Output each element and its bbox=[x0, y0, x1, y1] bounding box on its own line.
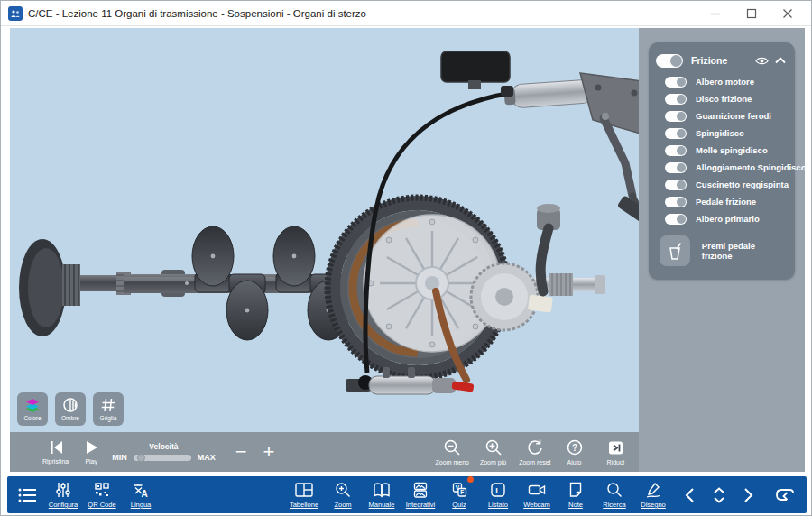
help-icon: ? bbox=[566, 438, 584, 456]
lingua-label: Lingua bbox=[131, 501, 152, 509]
toolbar-center-group: Tabellone Zoom Manuale bbox=[288, 481, 669, 509]
frizione-panel: Frizione Albero motore Disco frizion bbox=[649, 42, 795, 280]
translate-icon: A bbox=[132, 481, 150, 499]
lingua-button[interactable]: A Lingua bbox=[125, 481, 157, 509]
toggle-knob bbox=[677, 95, 686, 104]
toggle-knob bbox=[677, 146, 686, 155]
playback-bar: Ripristina Play Velocità MIN MAX − + bbox=[10, 432, 639, 472]
return-button[interactable] bbox=[774, 486, 796, 504]
listato-l-icon: L bbox=[489, 481, 507, 499]
toggle-knob bbox=[677, 163, 686, 172]
integrativi-label: Integrativi bbox=[406, 501, 436, 509]
visibility-eye-icon[interactable] bbox=[755, 56, 769, 66]
frizione-label: Frizione bbox=[691, 55, 727, 66]
frizione-toggle[interactable] bbox=[656, 54, 683, 68]
slider-knob[interactable] bbox=[137, 454, 145, 462]
frizione-header: Frizione bbox=[656, 51, 788, 70]
zoom-in-icon bbox=[484, 438, 503, 456]
zoom-tool-label: Zoom bbox=[334, 501, 351, 509]
disco-frizione-toggle[interactable] bbox=[665, 94, 687, 105]
expand-collapse-button[interactable] bbox=[709, 485, 729, 505]
search-icon bbox=[605, 481, 623, 499]
premi-pedale-label: Premi pedale frizione bbox=[702, 241, 788, 261]
manuale-button[interactable]: Manuale bbox=[365, 481, 398, 509]
zoom-reset-button[interactable]: Zoom reset bbox=[519, 438, 550, 465]
griglia-label: Griglia bbox=[100, 415, 117, 421]
clutch-3d-model bbox=[10, 28, 639, 432]
play-label: Play bbox=[85, 458, 97, 465]
albero-motore-toggle[interactable] bbox=[665, 77, 687, 88]
griglia-button[interactable]: Griglia bbox=[93, 392, 124, 426]
collapse-chevron-up-icon[interactable] bbox=[775, 57, 786, 64]
ripristina-button[interactable]: Ripristina bbox=[42, 439, 69, 465]
configura-button[interactable]: Configura bbox=[47, 481, 79, 509]
ripristina-label: Ripristina bbox=[42, 458, 69, 465]
spingidisco-toggle[interactable] bbox=[665, 128, 687, 139]
riduci-label: Riduci bbox=[607, 459, 624, 465]
chevron-left-icon bbox=[683, 486, 697, 504]
molle-spingidisco-label: Molle spingidisco bbox=[696, 145, 768, 155]
list-menu-icon bbox=[16, 485, 38, 505]
open-book-icon bbox=[372, 481, 392, 499]
zoom-in-button[interactable]: Zoom più bbox=[480, 438, 506, 465]
toggle-knob bbox=[677, 112, 686, 121]
zoom-in-label: Zoom più bbox=[480, 459, 506, 465]
min-label: MIN bbox=[112, 453, 127, 462]
cuscinetto-toggle[interactable] bbox=[665, 180, 687, 190]
ombre-button[interactable]: Ombre bbox=[55, 392, 86, 426]
premi-pedale-button[interactable] bbox=[660, 235, 690, 266]
albero-primario-toggle[interactable] bbox=[665, 214, 687, 225]
speed-plus-button[interactable]: + bbox=[263, 443, 275, 461]
ombre-label: Ombre bbox=[61, 415, 79, 421]
toggle-knob bbox=[677, 129, 686, 138]
ricerca-button[interactable]: Ricerca bbox=[598, 481, 631, 509]
3d-viewport[interactable]: Colore Ombre Griglia bbox=[10, 28, 639, 432]
next-button[interactable] bbox=[741, 486, 755, 504]
disegno-button[interactable]: Disegno bbox=[637, 481, 669, 509]
qr-code-button[interactable]: QR Code bbox=[86, 481, 118, 509]
quiz-notification-badge bbox=[467, 476, 474, 483]
toggle-row-albero-motore: Albero motore bbox=[665, 76, 788, 88]
play-icon bbox=[83, 439, 99, 456]
toolbar-left-group: Configura QR Code A Li bbox=[47, 481, 157, 509]
chevron-right-icon bbox=[741, 486, 755, 504]
zoom-tool-button[interactable]: Zoom bbox=[327, 481, 359, 509]
cuscinetto-label: Cuscinetto reggispinta bbox=[696, 180, 789, 189]
svg-text:A: A bbox=[141, 489, 147, 499]
app-logo-icon bbox=[8, 6, 23, 21]
speed-minus-button[interactable]: − bbox=[235, 443, 247, 461]
zoom-out-button[interactable]: Zoom meno bbox=[436, 438, 469, 465]
velocita-slider[interactable] bbox=[134, 455, 191, 461]
title-bar: C/CE - Lezione 11 Organi di trasmissione… bbox=[1, 1, 811, 26]
manuale-label: Manuale bbox=[369, 501, 395, 509]
close-icon[interactable] bbox=[770, 2, 806, 25]
colore-button[interactable]: Colore bbox=[17, 392, 48, 426]
integrativi-button[interactable]: Integrativi bbox=[404, 481, 437, 509]
alloggiamento-toggle[interactable] bbox=[665, 162, 687, 173]
zoom-out-label: Zoom meno bbox=[436, 459, 469, 465]
toolbar-nav-group bbox=[683, 485, 796, 505]
prev-button[interactable] bbox=[683, 486, 697, 504]
zoom-out-icon bbox=[443, 438, 461, 456]
minimize-icon[interactable] bbox=[697, 2, 734, 25]
listato-button[interactable]: L Listato bbox=[482, 481, 514, 509]
maximize-icon[interactable] bbox=[734, 2, 770, 25]
menu-button[interactable] bbox=[16, 485, 38, 505]
aiuto-button[interactable]: ? Aiuto bbox=[566, 438, 584, 465]
tabellone-button[interactable]: Tabellone bbox=[288, 481, 320, 509]
note-page-icon bbox=[567, 481, 585, 499]
play-button[interactable]: Play bbox=[83, 439, 99, 465]
quiz-button[interactable]: V F Quiz bbox=[443, 481, 475, 509]
shading-sphere-icon bbox=[62, 397, 78, 413]
velocita-label: Velocità bbox=[149, 442, 178, 451]
stacked-images-icon bbox=[411, 481, 429, 499]
guarnizione-ferodi-toggle[interactable] bbox=[665, 111, 687, 122]
molle-spingidisco-toggle[interactable] bbox=[665, 145, 687, 156]
pen-draw-icon bbox=[644, 481, 662, 499]
max-label: MAX bbox=[198, 453, 216, 462]
pedale-frizione-toggle[interactable] bbox=[665, 197, 687, 207]
toggle-knob bbox=[677, 215, 686, 224]
note-button[interactable]: Note bbox=[559, 481, 592, 509]
webcam-button[interactable]: Webcam bbox=[521, 481, 553, 509]
riduci-button[interactable]: Riduci bbox=[607, 439, 624, 465]
